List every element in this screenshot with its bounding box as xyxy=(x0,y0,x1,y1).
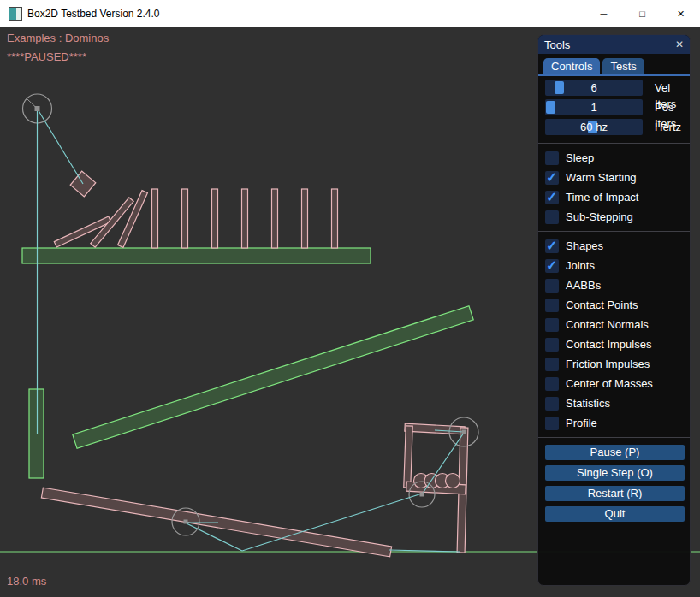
separator xyxy=(538,143,690,144)
checkbox-box-shapes[interactable]: ✓ xyxy=(545,239,559,253)
checkbox-group-1: Sleep✓Warm Starting✓Time of ImpactSub-St… xyxy=(538,148,690,227)
anchor-point-seesaw xyxy=(184,520,188,524)
checkbox-shapes[interactable]: ✓Shapes xyxy=(545,236,690,256)
vel-iters-slider-value: 6 xyxy=(545,80,643,96)
static-post xyxy=(29,389,44,478)
ball-4[interactable] xyxy=(446,474,460,488)
checkbox-label: Friction Impulses xyxy=(566,358,650,370)
checkbox-warm-starting[interactable]: ✓Warm Starting xyxy=(545,168,690,187)
checkbox-label: Contact Points xyxy=(566,298,638,311)
checkbox-sub-stepping[interactable]: Sub-Stepping xyxy=(545,207,690,227)
button-section: Pause (P)Single Step (O)Restart (R)Quit xyxy=(538,442,690,522)
checkbox-label: Contact Normals xyxy=(566,318,649,331)
checkbox-box-joints[interactable]: ✓ xyxy=(545,259,559,273)
tab-controls[interactable]: Controls xyxy=(543,58,600,74)
checkbox-friction-impulses[interactable]: Friction Impulses xyxy=(545,354,690,374)
hertz-slider-frame[interactable]: 60 hz xyxy=(545,119,643,135)
frame-left-post[interactable] xyxy=(404,426,413,488)
frame-top-beam[interactable] xyxy=(405,423,465,434)
hertz-slider-value: 60 hz xyxy=(545,119,643,135)
pause-button[interactable]: Pause (P) xyxy=(545,445,685,460)
separator xyxy=(538,437,690,438)
close-button[interactable]: ✕ xyxy=(661,0,700,27)
anchor-point-frame-shelf xyxy=(420,493,424,497)
domino-7[interactable] xyxy=(242,189,248,248)
domino-4[interactable] xyxy=(152,189,158,248)
checkbox-section: Sleep✓Warm Starting✓Time of ImpactSub-St… xyxy=(538,143,690,433)
separator xyxy=(538,231,690,232)
domino-8[interactable] xyxy=(272,189,278,248)
checkbox-label: Profile xyxy=(566,417,597,429)
joint-rope-pendulum xyxy=(38,109,84,184)
pos-iters-slider-frame[interactable]: 1 xyxy=(545,99,643,115)
anchor-point-top-left xyxy=(35,106,40,111)
checkbox-contact-impulses[interactable]: Contact Impulses xyxy=(545,334,690,354)
checkbox-center-of-masses[interactable]: Center of Masses xyxy=(545,374,690,393)
checkbox-box-contact-normals[interactable] xyxy=(545,318,559,332)
domino-10[interactable] xyxy=(332,189,338,248)
tools-panel-title: Tools xyxy=(544,38,675,51)
tab-bar: ControlsTests xyxy=(538,58,690,76)
tools-panel-titlebar[interactable]: Tools ✕ xyxy=(538,35,690,54)
checkbox-label: Sub-Stepping xyxy=(566,210,633,223)
example-label: Examples : Dominos xyxy=(7,32,109,44)
pos-iters-slider[interactable]: 1Pos Iters xyxy=(545,99,690,119)
checkbox-group-2: ✓Shapes✓JointsAABBsContact PointsContact… xyxy=(538,236,690,433)
checkbox-box-statistics[interactable] xyxy=(545,397,559,411)
tools-panel: Tools ✕ ControlsTests 6Vel Iters1Pos Ite… xyxy=(537,34,691,586)
check-icon: ✓ xyxy=(546,238,557,254)
checkbox-box-sleep[interactable] xyxy=(545,151,559,165)
app-window: Box2D Testbed Version 2.4.0 ─□✕ Examples… xyxy=(0,0,700,597)
window-titlebar[interactable]: Box2D Testbed Version 2.4.0 ─□✕ xyxy=(0,0,700,27)
checkbox-box-sub-stepping[interactable] xyxy=(545,210,559,224)
pos-iters-slider-value: 1 xyxy=(545,99,643,115)
checkbox-label: Shapes xyxy=(566,239,603,252)
checkbox-joints[interactable]: ✓Joints xyxy=(545,256,690,275)
tab-tests[interactable]: Tests xyxy=(602,58,644,74)
checkbox-label: Time of Impact xyxy=(566,191,638,204)
checkbox-profile[interactable]: Profile xyxy=(545,413,690,433)
checkbox-box-friction-impulses[interactable] xyxy=(545,358,559,371)
checkbox-box-warm-starting[interactable]: ✓ xyxy=(545,171,559,185)
checkbox-label: Center of Masses xyxy=(566,377,653,390)
frame-time-label: 18.0 ms xyxy=(7,575,46,588)
maximize-button[interactable]: □ xyxy=(623,0,661,27)
checkbox-box-contact-points[interactable] xyxy=(545,298,559,312)
domino-leaning-3[interactable] xyxy=(118,191,148,248)
checkbox-box-aabbs[interactable] xyxy=(545,279,559,293)
checkbox-label: Joints xyxy=(566,259,595,272)
panel-close-icon[interactable]: ✕ xyxy=(675,38,684,50)
check-icon: ✓ xyxy=(546,257,557,274)
paused-label: ****PAUSED**** xyxy=(7,50,86,63)
restart-button[interactable]: Restart (R) xyxy=(545,486,685,501)
vel-iters-slider[interactable]: 6Vel Iters xyxy=(545,80,690,99)
checkbox-aabbs[interactable]: AABBs xyxy=(545,275,690,295)
anchor-point-frame-top xyxy=(462,430,466,434)
app-icon xyxy=(9,7,22,21)
hertz-slider[interactable]: 60 hzHertz xyxy=(545,119,690,139)
checkbox-label: AABBs xyxy=(566,279,601,292)
simulation-canvas[interactable]: Examples : Dominos ****PAUSED**** 18.0 m… xyxy=(0,27,700,597)
checkbox-time-of-impact[interactable]: ✓Time of Impact xyxy=(545,187,690,207)
checkbox-statistics[interactable]: Statistics xyxy=(545,393,690,413)
minimize-button[interactable]: ─ xyxy=(584,0,623,27)
checkbox-label: Sleep xyxy=(566,151,594,164)
domino-9[interactable] xyxy=(302,189,308,248)
checkbox-contact-normals[interactable]: Contact Normals xyxy=(545,315,690,334)
checkbox-contact-points[interactable]: Contact Points xyxy=(545,295,690,315)
domino-5[interactable] xyxy=(182,189,188,248)
checkbox-box-center-of-masses[interactable] xyxy=(545,377,559,391)
hertz-slider-label: Hertz xyxy=(655,119,681,135)
checkbox-box-contact-impulses[interactable] xyxy=(545,338,559,352)
checkbox-box-profile[interactable] xyxy=(545,417,559,430)
vel-iters-slider-frame[interactable]: 6 xyxy=(545,80,643,96)
quit-button[interactable]: Quit xyxy=(545,506,685,522)
domino-6[interactable] xyxy=(212,189,218,248)
checkbox-label: Statistics xyxy=(566,397,610,410)
slider-section: 6Vel Iters1Pos Iters60 hzHertz xyxy=(545,80,690,139)
single-step-button[interactable]: Single Step (O) xyxy=(545,465,685,481)
check-icon: ✓ xyxy=(546,169,557,186)
checkbox-box-time-of-impact[interactable]: ✓ xyxy=(545,191,559,204)
platform-shelf xyxy=(22,248,371,263)
checkbox-sleep[interactable]: Sleep xyxy=(545,148,690,168)
